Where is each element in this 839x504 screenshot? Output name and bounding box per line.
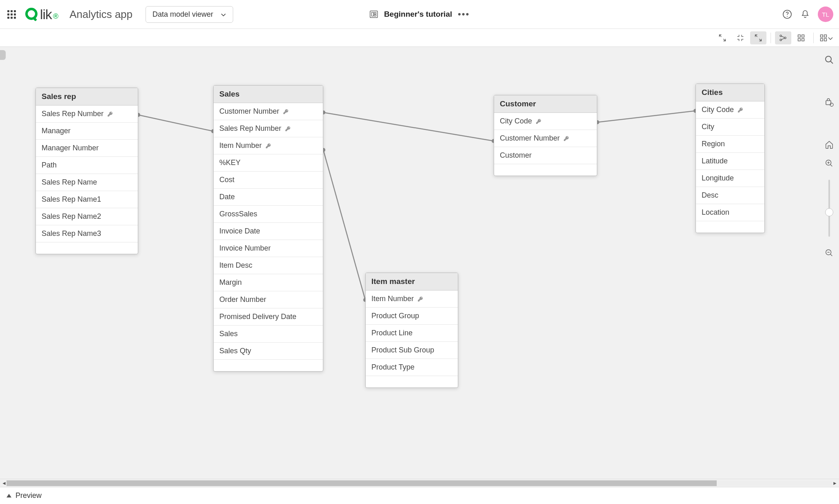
svg-line-29	[597, 111, 695, 122]
more-options-button[interactable]: •••	[458, 9, 470, 20]
field-label: Sales Qty	[219, 347, 251, 355]
table-item_master[interactable]: Item masterItem NumberProduct GroupProdu…	[365, 273, 458, 388]
field-row[interactable]: Product Type	[366, 359, 458, 376]
scroll-left-arrow[interactable]: ◄	[2, 480, 7, 486]
zoom-slider-handle[interactable]	[825, 208, 833, 216]
field-row[interactable]: Cost	[214, 172, 323, 189]
field-row[interactable]: Product Sub Group	[366, 342, 458, 359]
field-label: Product Group	[371, 312, 419, 320]
field-row[interactable]: Margin	[214, 274, 323, 291]
field-row[interactable]: %KEY	[214, 154, 323, 172]
source-view-button[interactable]	[793, 31, 809, 44]
field-row[interactable]: Customer Number	[214, 103, 323, 120]
zoom-out-button[interactable]	[824, 247, 835, 259]
table-customer[interactable]: CustomerCity CodeCustomer NumberCustomer	[494, 95, 597, 176]
app-launcher-icon[interactable]	[6, 9, 17, 20]
table-sales_rep[interactable]: Sales repSales Rep NumberManagerManager …	[35, 88, 138, 254]
toolstrip	[0, 29, 839, 47]
field-row[interactable]: Invoice Date	[214, 223, 323, 240]
reduce-button[interactable]	[732, 31, 748, 44]
arrows-out-icon	[754, 34, 762, 42]
field-label: Invoice Date	[219, 227, 260, 235]
notifications-button[interactable]	[800, 9, 810, 20]
help-button[interactable]	[782, 9, 793, 20]
field-row[interactable]: Longitude	[696, 170, 764, 187]
field-row[interactable]: Region	[696, 136, 764, 153]
table-trailing-space	[366, 376, 458, 387]
key-icon	[563, 135, 570, 142]
key-icon	[535, 118, 542, 125]
data-model-canvas[interactable]: Sales repSales Rep NumberManagerManager …	[0, 47, 839, 479]
sheet-title[interactable]: Beginner's tutorial	[384, 10, 452, 19]
field-label: Cost	[219, 176, 234, 184]
grid-icon	[797, 34, 805, 42]
scroll-track[interactable]	[7, 480, 832, 486]
top-bar-left: lik ® Analytics app Data model viewer	[6, 6, 233, 23]
field-row[interactable]: Location	[696, 204, 764, 221]
scroll-thumb[interactable]	[7, 480, 717, 486]
lock-selection-button[interactable]	[824, 97, 835, 108]
field-row[interactable]: Path	[36, 157, 138, 174]
field-row[interactable]: Date	[214, 189, 323, 206]
field-row[interactable]: Invoice Number	[214, 240, 323, 257]
field-row[interactable]: Sales Qty	[214, 343, 323, 360]
table-trailing-space	[214, 360, 323, 371]
field-label: Sales Rep Number	[219, 124, 281, 133]
field-row[interactable]: City Code	[494, 113, 597, 130]
field-row[interactable]: Item Number	[366, 291, 458, 308]
key-icon	[283, 108, 289, 115]
table-cities[interactable]: CitiesCity CodeCityRegionLatitudeLongitu…	[695, 84, 765, 233]
field-row[interactable]: Customer Number	[494, 130, 597, 147]
field-label: Customer	[500, 151, 532, 160]
field-row[interactable]: Sales	[214, 326, 323, 343]
field-label: City	[702, 123, 714, 131]
field-row[interactable]: Sales Rep Name2	[36, 208, 138, 225]
expand-all-button[interactable]	[750, 31, 766, 44]
table-header[interactable]: Cities	[696, 84, 764, 101]
table-header[interactable]: Item master	[366, 273, 458, 291]
field-row[interactable]: Order Number	[214, 291, 323, 308]
field-row[interactable]: Manager	[36, 123, 138, 140]
triangle-up-icon	[7, 494, 11, 497]
canvas-side-tab[interactable]	[0, 50, 6, 60]
field-row[interactable]: City Code	[696, 101, 764, 119]
field-row[interactable]: Product Line	[366, 325, 458, 342]
field-row[interactable]: Sales Rep Name	[36, 174, 138, 191]
field-row[interactable]: Latitude	[696, 153, 764, 170]
field-label: Region	[702, 140, 725, 148]
chevron-down-icon	[221, 11, 226, 17]
table-header[interactable]: Sales	[214, 86, 323, 103]
zoom-in-button[interactable]	[824, 158, 835, 169]
field-row[interactable]: Sales Rep Number	[214, 120, 323, 137]
scroll-right-arrow[interactable]: ►	[832, 480, 837, 486]
zoom-slider[interactable]	[828, 180, 830, 237]
table-header[interactable]: Customer	[494, 95, 597, 113]
field-row[interactable]: Product Group	[366, 308, 458, 325]
qlik-logo[interactable]: lik ®	[24, 7, 58, 22]
internal-view-button[interactable]	[775, 31, 791, 44]
home-zoom-button[interactable]	[824, 139, 835, 150]
key-icon	[265, 143, 272, 149]
field-row[interactable]: City	[696, 119, 764, 136]
field-row[interactable]: GrossSales	[214, 206, 323, 223]
user-avatar[interactable]: TL	[818, 7, 833, 22]
preview-panel-toggle[interactable]: Preview	[0, 487, 839, 504]
field-row[interactable]: Manager Number	[36, 140, 138, 157]
field-row[interactable]: Sales Rep Number	[36, 106, 138, 123]
field-row[interactable]: Desc	[696, 187, 764, 204]
field-row[interactable]: Customer	[494, 147, 597, 164]
view-selector-dropdown[interactable]: Data model viewer	[146, 6, 233, 23]
layout-menu-button[interactable]	[818, 31, 835, 44]
field-row[interactable]: Promised Delivery Date	[214, 308, 323, 326]
field-label: GrossSales	[219, 210, 257, 218]
table-header[interactable]: Sales rep	[36, 88, 138, 106]
collapse-all-button[interactable]	[714, 31, 731, 44]
field-row[interactable]: Sales Rep Name3	[36, 225, 138, 242]
field-row[interactable]: Sales Rep Name1	[36, 191, 138, 208]
horizontal-scrollbar[interactable]: ◄ ►	[0, 479, 839, 487]
field-row[interactable]: Item Number	[214, 137, 323, 154]
field-row[interactable]: Item Desc	[214, 257, 323, 274]
table-sales[interactable]: SalesCustomer NumberSales Rep NumberItem…	[213, 85, 323, 372]
field-label: Invoice Number	[219, 244, 271, 253]
search-button[interactable]	[824, 54, 835, 66]
